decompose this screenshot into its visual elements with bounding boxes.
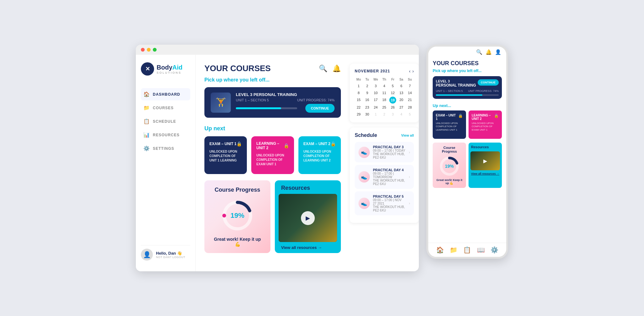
sidebar-item-courses[interactable]: 📁 COURSES xyxy=(141,102,190,114)
cal-next-button[interactable]: › xyxy=(412,69,414,74)
home-icon: 🏠 xyxy=(143,91,150,97)
cal-day-21[interactable]: 21 xyxy=(406,97,414,104)
cal-day-19[interactable]: 19 xyxy=(389,97,396,104)
cal-day-23[interactable]: 23 xyxy=(363,104,371,110)
cal-day-13[interactable]: 13 xyxy=(397,90,405,96)
mobile-resources-thumb[interactable]: ▶ xyxy=(470,151,500,170)
mobile-resources-link[interactable]: View all resources → xyxy=(469,170,502,177)
mobile-search-icon[interactable]: 🔍 xyxy=(476,49,482,55)
cal-day-24[interactable]: 24 xyxy=(372,104,380,110)
schedule-item-2[interactable]: 👟 PRACTICAL DAY 4 09:00 – 17:00 | TOMORR… xyxy=(355,165,414,189)
cal-prev-button[interactable]: ‹ xyxy=(409,69,411,74)
maximize-dot[interactable] xyxy=(153,48,157,52)
cal-day-18[interactable]: 18 xyxy=(380,97,388,104)
cal-day-20[interactable]: 20 xyxy=(397,97,405,104)
schedule-item-3[interactable]: 👟 PRACTICAL DAY 5 09:00 – 17:00 | NOV 27… xyxy=(355,191,414,215)
view-all-resources-link[interactable]: View all resources → xyxy=(275,242,341,253)
mobile-nav-settings[interactable]: ⚙️ xyxy=(491,246,498,254)
cal-day-10[interactable]: 10 xyxy=(372,90,380,96)
mobile-progress-msg: Great work! Keep it up 💪 xyxy=(436,178,463,185)
cal-header-sa: Sa xyxy=(397,77,405,82)
cal-day-2-other[interactable]: 2 xyxy=(380,111,388,117)
settings-icon: ⚙️ xyxy=(143,145,150,151)
cal-day-1-other[interactable]: 1 xyxy=(372,111,380,117)
mobile-user-icon[interactable]: 👤 xyxy=(495,49,501,55)
mobile-bottom-grid: Course Progress 19% Great work! Keep it … xyxy=(433,143,502,188)
cal-day-8[interactable]: 8 xyxy=(355,90,363,96)
mobile-unit-title-1: EXAM – UNIT 1 xyxy=(436,114,458,121)
mobile-progress-circle: 19% xyxy=(438,155,460,177)
cal-day-12[interactable]: 12 xyxy=(389,90,397,96)
dashboard-label: DASHBOARD xyxy=(153,92,180,97)
screen-wrapper: ✕ BodyAid SOLUTIONS 🏠 DASHBOARD 📁 COURSE… xyxy=(136,45,508,271)
mobile-nav-home[interactable]: 🏠 xyxy=(436,246,444,254)
view-all-schedule[interactable]: View all xyxy=(401,133,414,137)
resources-video[interactable]: ▶ xyxy=(279,194,337,242)
cal-day-17[interactable]: 17 xyxy=(372,97,380,104)
mobile-banner-title-l1: LEVEL 3 xyxy=(436,79,476,83)
continue-button[interactable]: CONTINUE xyxy=(305,104,335,113)
cal-header-su: Su xyxy=(406,77,414,82)
progress-bar-fill xyxy=(236,107,281,109)
cal-day-7[interactable]: 7 xyxy=(406,83,414,89)
unit-card-exam-1[interactable]: EXAM – UNIT 1 🔒 UNLOCKED UPON COMPLETION… xyxy=(204,136,247,174)
mobile-unit-card-exam-1[interactable]: EXAM – UNIT 1 🔒 UNLOCKED UPON COMPLETION… xyxy=(433,110,466,139)
mobile-banner-title-l2: PERSONAL TRAINING xyxy=(436,83,476,87)
cal-day-5[interactable]: 5 xyxy=(389,83,397,89)
cal-day-4-other[interactable]: 4 xyxy=(397,111,405,117)
schedule-icon-1: 👟 xyxy=(358,147,370,158)
mobile-nav-schedule[interactable]: 📋 xyxy=(463,246,471,254)
unit-card-exam-2[interactable]: EXAM – UNIT 2 🔒 UNLOCKED UPON COMPLETION… xyxy=(298,136,341,174)
cal-day-4[interactable]: 4 xyxy=(380,83,388,89)
cal-day-14[interactable]: 14 xyxy=(406,90,414,96)
close-dot[interactable] xyxy=(141,48,145,52)
cal-day-11[interactable]: 11 xyxy=(380,90,388,96)
mobile-continue-button[interactable]: CONTINUE xyxy=(478,79,499,86)
resources-icon: 📊 xyxy=(143,132,150,138)
cal-day-3[interactable]: 3 xyxy=(372,83,380,89)
cal-day-26[interactable]: 26 xyxy=(389,104,397,110)
notification-icon[interactable]: 🔔 xyxy=(332,65,341,73)
courses-icon: 📁 xyxy=(143,105,150,111)
cal-day-1[interactable]: 1 xyxy=(355,83,363,89)
cal-day-27[interactable]: 27 xyxy=(397,104,405,110)
cal-day-28[interactable]: 28 xyxy=(406,104,414,110)
page-title: YOUR COURSES xyxy=(204,64,271,73)
sidebar-item-resources[interactable]: 📊 RESOURCES xyxy=(141,129,190,141)
cal-day-5-other[interactable]: 5 xyxy=(406,111,414,117)
sidebar-item-schedule[interactable]: 📋 SCHEDULE xyxy=(141,115,190,127)
minimize-dot[interactable] xyxy=(147,48,151,52)
mobile-continue-banner[interactable]: LEVEL 3 PERSONAL TRAINING CONTINUE UNIT … xyxy=(433,76,502,99)
unit-card-learning-2[interactable]: LEARNING – UNIT 2 🔒 UNLOCKED UPON COMPLE… xyxy=(251,136,294,174)
cal-day-9[interactable]: 9 xyxy=(363,90,371,96)
mobile-unit-card-learning-2[interactable]: LEARNING – UNIT 2 🔒 UNLOCKED UPON COMPLE… xyxy=(469,110,502,139)
sidebar-item-dashboard[interactable]: 🏠 DASHBOARD xyxy=(141,88,190,100)
cal-day-25[interactable]: 25 xyxy=(380,104,388,110)
cal-day-6[interactable]: 6 xyxy=(397,83,405,89)
cal-day-2[interactable]: 2 xyxy=(363,83,371,89)
play-button[interactable]: ▶ xyxy=(301,211,315,225)
cal-day-30[interactable]: 30 xyxy=(363,111,371,117)
mobile-notification-icon[interactable]: 🔔 xyxy=(486,49,492,55)
cal-day-16[interactable]: 16 xyxy=(363,97,371,104)
cal-day-3-other[interactable]: 3 xyxy=(389,111,397,117)
schedule-item-1[interactable]: 👟 PRACTICAL DAY 3 09:00 – 17:00 | TODAY … xyxy=(355,142,414,162)
mobile-progress-card-title: Course Progress xyxy=(436,146,463,153)
mobile-statusbar: 🔍 🔔 👤 xyxy=(428,47,506,56)
mobile-nav-resources[interactable]: 📖 xyxy=(477,246,485,254)
mobile-nav-courses[interactable]: 📁 xyxy=(450,246,458,254)
mobile-play-icon[interactable]: ▶ xyxy=(483,158,487,164)
search-icon[interactable]: 🔍 xyxy=(319,65,327,73)
schedule-time-1: 09:00 – 17:00 | TODAY THE WORKOUT HUB, P… xyxy=(373,149,406,159)
user-logout[interactable]: NOT DAN? LOGOUT xyxy=(156,256,185,259)
schedule-time-2: 09:00 – 17:00 | TOMORROW THE WORKOUT HUB… xyxy=(373,172,406,186)
sidebar-item-settings[interactable]: ⚙️ SETTINGS xyxy=(141,142,190,155)
cal-day-22[interactable]: 22 xyxy=(355,104,363,110)
up-next-grid: EXAM – UNIT 1 🔒 UNLOCKED UPON COMPLETION… xyxy=(204,136,341,174)
banner-course-title: LEVEL 3 PERSONAL TRAINING xyxy=(236,92,335,97)
unit-card-header-1: EXAM – UNIT 1 🔒 xyxy=(209,141,242,146)
banner-unit-label: UNIT 1 – SECTION 5 xyxy=(236,98,269,102)
mobile-lock-icon-2: 🔒 xyxy=(494,114,499,122)
cal-day-15[interactable]: 15 xyxy=(355,97,363,104)
cal-day-29[interactable]: 29 xyxy=(355,111,363,117)
